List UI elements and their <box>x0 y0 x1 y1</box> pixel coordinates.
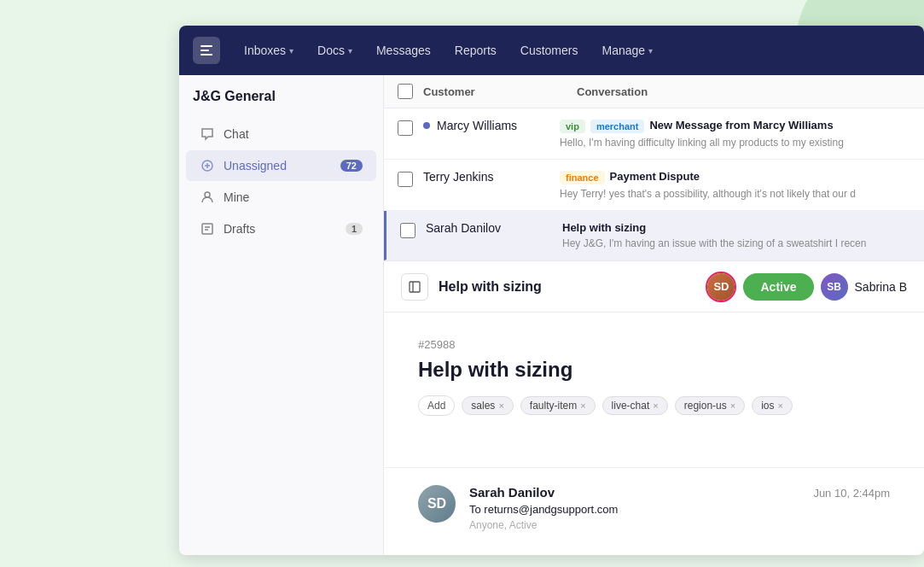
logo-icon <box>200 45 212 56</box>
top-nav: Inboxes ▾ Docs ▾ Messages Reports Custom… <box>179 26 924 75</box>
svg-rect-2 <box>202 224 212 234</box>
main-body: J&G General Chat Unassigned 72 <box>179 75 924 555</box>
chat-icon <box>200 126 215 142</box>
tag-pill-live-chat[interactable]: live-chat × <box>602 396 668 415</box>
status-active-button[interactable]: Active <box>743 273 813 301</box>
customer-avatar[interactable]: SD <box>706 272 736 302</box>
sidebar-item-unassigned[interactable]: Unassigned 72 <box>186 150 376 181</box>
message-header: Sarah Danilov Jun 10, 2:44pm <box>469 485 890 500</box>
svg-point-1 <box>205 192 210 197</box>
read-indicator <box>423 122 430 129</box>
nav-logo <box>193 37 220 64</box>
tag-pill-ios[interactable]: ios × <box>752 396 793 415</box>
message-avatar-img: SD <box>418 485 456 523</box>
remove-tag-sales[interactable]: × <box>498 400 503 411</box>
toggle-panel-button[interactable] <box>401 273 428 301</box>
sidebar-item-mine[interactable]: Mine <box>186 182 376 213</box>
chevron-down-icon: ▾ <box>348 46 352 56</box>
nav-inboxes[interactable]: Inboxes ▾ <box>234 38 304 62</box>
conv-list-header: Customer Conversation <box>384 75 924 108</box>
conversation-list: Customer Conversation Marcy Williams vip… <box>384 75 924 261</box>
conv-row-terry[interactable]: Terry Jenkins finance Payment Dispute He… <box>384 160 924 211</box>
assignee-name: Sabrina B <box>855 280 907 294</box>
remove-tag-live-chat[interactable]: × <box>653 400 658 411</box>
col-header-customer: Customer <box>423 85 577 98</box>
customer-avatar-img: SD <box>707 273 735 301</box>
remove-tag-faulty-item[interactable]: × <box>580 400 585 411</box>
mine-icon <box>200 190 215 205</box>
drafts-icon <box>200 221 215 237</box>
message-meta: Anyone, Active <box>469 519 890 531</box>
assignee-avatar: SB <box>821 273 848 301</box>
tag-pill-faulty-item[interactable]: faulty-item × <box>520 396 596 415</box>
conv-checkbox-sarah[interactable] <box>400 223 416 238</box>
nav-docs[interactable]: Docs ▾ <box>307 38 363 62</box>
tag-pill-region-us[interactable]: region-us × <box>675 396 745 415</box>
tags-row: Add sales × faulty-item × live-chat × <box>418 395 890 416</box>
unassigned-badge: 72 <box>340 160 363 172</box>
tag-merchant: merchant <box>590 120 645 133</box>
message-avatar: SD <box>418 485 456 523</box>
ticket-id: #25988 <box>418 338 890 351</box>
message-body: Sarah Danilov Jun 10, 2:44pm To returns@… <box>469 485 890 538</box>
sidebar-title: J&G General <box>179 89 383 118</box>
conv-checkbox-terry[interactable] <box>398 172 413 187</box>
chevron-down-icon: ▾ <box>648 46 653 56</box>
unassigned-icon <box>200 158 215 173</box>
tag-finance: finance <box>560 171 605 184</box>
nav-manage[interactable]: Manage ▾ <box>591 38 663 62</box>
remove-tag-region-us[interactable]: × <box>730 400 735 411</box>
remove-tag-ios[interactable]: × <box>778 400 783 411</box>
sidebar-item-chat[interactable]: Chat <box>186 119 376 149</box>
nav-customers[interactable]: Customers <box>510 38 589 62</box>
detail-title: Help with sizing <box>439 279 706 295</box>
conv-checkbox-marcy[interactable] <box>398 120 413 136</box>
message-time: Jun 10, 2:44pm <box>813 487 890 500</box>
detail-header: Help with sizing SD Active SB Sabrina B <box>384 261 924 313</box>
app-container: Inboxes ▾ Docs ▾ Messages Reports Custom… <box>179 26 924 555</box>
sidebar-item-drafts[interactable]: Drafts 1 <box>186 213 376 244</box>
add-tag-button[interactable]: Add <box>418 395 455 416</box>
sidebar: J&G General Chat Unassigned 72 <box>179 75 384 555</box>
ticket-title: Help with sizing <box>418 358 890 382</box>
svg-rect-3 <box>410 282 420 292</box>
detail-content: #25988 Help with sizing Add sales × faul… <box>384 313 924 467</box>
select-all-checkbox[interactable] <box>398 84 413 99</box>
conv-row-sarah[interactable]: Sarah Danilov Help with sizing Hey J&G, … <box>384 211 924 260</box>
conv-preview: Hello, I'm having difficulty linking all… <box>560 137 910 149</box>
message-sender: Sarah Danilov <box>469 485 555 500</box>
message-container: SD Sarah Danilov Jun 10, 2:44pm To retur… <box>384 468 924 555</box>
content-area: Customer Conversation Marcy Williams vip… <box>384 75 924 555</box>
conv-preview: Hey J&G, I'm having an issue with the si… <box>562 237 910 249</box>
nav-reports[interactable]: Reports <box>445 38 507 62</box>
detail-actions: SD Active SB Sabrina B <box>706 272 907 302</box>
drafts-badge: 1 <box>346 223 363 235</box>
message-to: To returns@jandgsupport.com <box>469 503 890 516</box>
conv-detail-panel: Help with sizing SD Active SB Sabrina B <box>384 261 924 555</box>
assignee-area[interactable]: SB Sabrina B <box>821 273 907 301</box>
conv-preview: Hey Terry! yes that's a possibility, alt… <box>560 188 910 200</box>
tag-vip: vip <box>560 120 585 133</box>
nav-messages[interactable]: Messages <box>366 38 441 62</box>
chevron-down-icon: ▾ <box>289 46 293 56</box>
conv-row-marcy[interactable]: Marcy Williams vip merchant New Message … <box>384 108 924 160</box>
tag-pill-sales[interactable]: sales × <box>462 396 513 415</box>
col-header-conversation: Conversation <box>577 85 910 98</box>
